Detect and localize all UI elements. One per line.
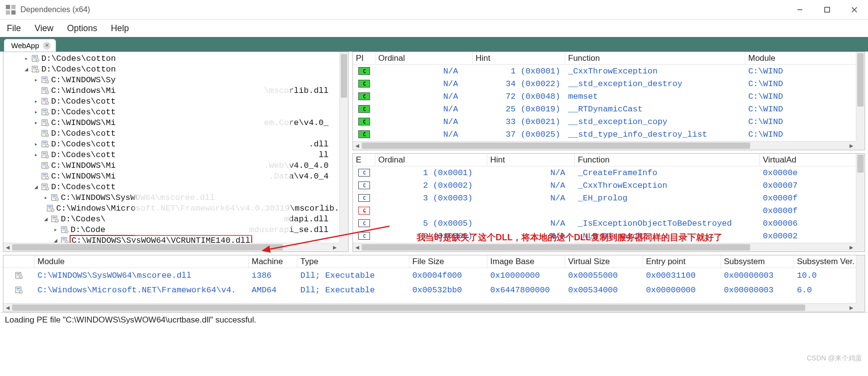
- svg-rect-30: [43, 101, 46, 101]
- import-badge-icon: C: [358, 80, 370, 88]
- svg-rect-81: [48, 209, 52, 209]
- col-ordinal[interactable]: Ordinal: [375, 154, 487, 166]
- menu-help[interactable]: Help: [111, 23, 129, 34]
- svg-rect-111: [17, 290, 20, 291]
- pe-icon: [41, 97, 49, 105]
- col-module[interactable]: Module: [745, 52, 865, 64]
- svg-rect-24: [43, 89, 46, 90]
- svg-rect-96: [62, 241, 66, 241]
- imports-row[interactable]: CN/A25 (0x0019)__RTDynamicCastC:\WIND: [353, 103, 856, 115]
- svg-rect-0: [6, 5, 10, 9]
- scrollbar-horizontal[interactable]: ◀▶: [353, 141, 856, 150]
- svg-rect-106: [17, 276, 20, 276]
- exports-row[interactable]: C5 (0x0005)N/A_IsExceptionObjectToBeDest…: [353, 217, 856, 230]
- col-ordinal[interactable]: Ordinal: [375, 52, 473, 64]
- scrollbar-vertical[interactable]: [856, 255, 865, 303]
- svg-rect-65: [43, 176, 46, 176]
- col-subver[interactable]: Subsystem Ver.: [794, 255, 865, 268]
- svg-rect-46: [43, 134, 46, 134]
- col-e[interactable]: E: [353, 154, 375, 166]
- svg-rect-66: [43, 177, 46, 177]
- svg-rect-64: [43, 174, 46, 175]
- pe-icon: [3, 285, 35, 295]
- module-row[interactable]: C:\WINDOWS\SysWOW64\mscoree.dlli386Dll; …: [3, 268, 856, 283]
- svg-rect-76: [53, 198, 56, 198]
- col-entry[interactable]: Entry point: [643, 255, 721, 268]
- svg-rect-84: [53, 217, 56, 218]
- exports-row[interactable]: C2 (0x0002)N/A_CxxThrowException0x00007: [353, 179, 856, 192]
- col-subsystem[interactable]: Subsystem: [721, 255, 794, 268]
- col-icon[interactable]: [3, 255, 35, 268]
- svg-rect-60: [43, 165, 46, 165]
- scrollbar-vertical[interactable]: [339, 52, 348, 243]
- imports-row[interactable]: CN/A37 (0x0025)__std_type_info_destroy_l…: [353, 128, 856, 141]
- scrollbar-vertical[interactable]: [856, 154, 865, 243]
- col-hint[interactable]: Hint: [487, 154, 575, 166]
- col-filesize[interactable]: File Size: [409, 255, 487, 268]
- menu-options[interactable]: Options: [67, 23, 97, 34]
- pe-icon: [41, 172, 49, 180]
- export-badge-icon: C: [358, 169, 370, 177]
- col-vsize[interactable]: Virtual Size: [565, 255, 643, 268]
- pe-icon: [51, 215, 59, 223]
- imports-row[interactable]: CN/A72 (0x0048)memsetC:\WIND: [353, 90, 856, 103]
- col-imagebase[interactable]: Image Base: [487, 255, 565, 268]
- titlebar: Dependencies (x64): [0, 0, 868, 19]
- svg-rect-110: [17, 289, 20, 290]
- import-badge-icon: C: [358, 130, 370, 138]
- exports-row[interactable]: C1 (0x0001)N/A_CreateFrameInfo0x0000e: [353, 166, 856, 179]
- svg-rect-21: [43, 80, 46, 81]
- col-hint[interactable]: Hint: [473, 52, 565, 64]
- scrollbar-vertical[interactable]: [856, 52, 865, 141]
- scrollbar-horizontal[interactable]: ◀▶: [3, 303, 856, 312]
- imports-row[interactable]: CN/A1 (0x0001)_CxxThrowExceptionC:\WIND: [353, 65, 856, 77]
- import-badge-icon: C: [358, 105, 370, 113]
- close-button[interactable]: [841, 0, 868, 19]
- svg-rect-44: [43, 131, 46, 132]
- svg-rect-19: [43, 78, 46, 79]
- svg-line-113: [263, 226, 389, 251]
- pe-icon: [41, 129, 49, 137]
- svg-rect-95: [62, 240, 66, 240]
- svg-rect-16: [33, 70, 37, 70]
- svg-rect-70: [43, 186, 46, 187]
- tab-close-icon[interactable]: ✕: [43, 42, 51, 50]
- col-function[interactable]: Function: [565, 52, 745, 64]
- menu-file[interactable]: File: [7, 23, 21, 34]
- col-pi[interactable]: PI: [353, 52, 375, 64]
- tab-label: WebApp: [11, 41, 39, 50]
- exports-row[interactable]: C3 (0x0003)N/A_EH_prolog0x0000f: [353, 192, 856, 204]
- pe-icon: [61, 226, 69, 233]
- svg-rect-51: [43, 144, 46, 145]
- watermark: CSDN @来个鸡蛋: [807, 354, 862, 363]
- import-badge-icon: C: [358, 92, 370, 100]
- minimize-button[interactable]: [786, 0, 813, 19]
- pe-icon: [32, 65, 39, 73]
- maximize-button[interactable]: [813, 0, 841, 19]
- svg-rect-34: [43, 110, 46, 111]
- svg-rect-14: [33, 67, 37, 68]
- col-module[interactable]: Module: [35, 255, 249, 268]
- menu-view[interactable]: View: [35, 23, 54, 34]
- imports-row[interactable]: CN/A34 (0x0022)__std_exception_destroyC:…: [353, 77, 856, 90]
- pe-icon: [41, 87, 49, 94]
- tab-webapp[interactable]: WebApp ✕: [4, 39, 56, 52]
- svg-rect-85: [53, 218, 56, 219]
- exports-row[interactable]: C0x0000f: [353, 204, 856, 217]
- scrollbar-horizontal[interactable]: ◀▶: [353, 243, 856, 251]
- col-vaddr[interactable]: VirtualAd: [760, 154, 865, 166]
- svg-rect-54: [43, 153, 46, 154]
- svg-rect-11: [33, 59, 37, 59]
- svg-rect-2: [6, 10, 10, 15]
- svg-rect-89: [62, 228, 66, 229]
- svg-rect-49: [43, 142, 46, 143]
- svg-rect-1: [11, 5, 16, 9]
- status-bar: Loading PE file "C:\WINDOWS\SysWOW64\ucr…: [0, 312, 868, 327]
- svg-rect-91: [62, 230, 66, 231]
- svg-rect-35: [43, 111, 46, 112]
- svg-rect-36: [43, 112, 46, 113]
- col-function[interactable]: Function: [575, 154, 760, 166]
- imports-row[interactable]: CN/A33 (0x0021)__std_exception_copyC:\WI…: [353, 115, 856, 128]
- svg-rect-104: [17, 273, 20, 274]
- module-row[interactable]: C:\Windows\Microsoft.NET\Framework64\v4.…: [3, 283, 856, 297]
